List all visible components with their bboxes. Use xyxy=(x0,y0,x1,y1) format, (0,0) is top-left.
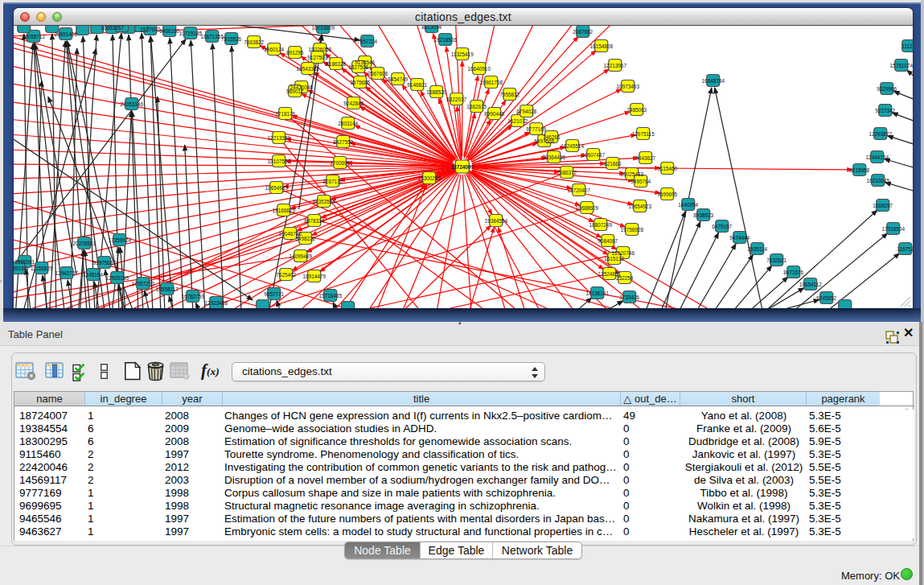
svg-text:12213389: 12213389 xyxy=(268,135,291,141)
svg-text:10688609: 10688609 xyxy=(576,205,599,211)
svg-text:12975115: 12975115 xyxy=(632,131,655,137)
svg-text:8427552: 8427552 xyxy=(333,139,353,145)
svg-text:1440954: 1440954 xyxy=(678,202,698,208)
svg-text:16961758: 16961758 xyxy=(480,80,503,85)
svg-text:16245514: 16245514 xyxy=(561,143,585,149)
svg-text:15720407: 15720407 xyxy=(568,187,591,193)
svg-text:6466160: 6466160 xyxy=(159,28,179,34)
svg-text:16648784: 16648784 xyxy=(702,78,725,84)
svg-text:10025433: 10025433 xyxy=(621,171,644,177)
svg-text:16543362: 16543362 xyxy=(297,66,320,72)
svg-text:9084067: 9084067 xyxy=(598,238,618,244)
svg-text:6479197: 6479197 xyxy=(712,224,732,229)
svg-text:16033809: 16033809 xyxy=(312,26,335,31)
svg-text:16671355: 16671355 xyxy=(201,34,224,39)
svg-text:12923468: 12923468 xyxy=(205,300,228,306)
svg-text:(x): (x) xyxy=(207,365,220,377)
svg-text:12905185: 12905185 xyxy=(106,275,129,281)
svg-text:8454749: 8454749 xyxy=(388,76,408,82)
svg-text:12213967: 12213967 xyxy=(604,63,627,68)
svg-text:8322037: 8322037 xyxy=(446,97,466,102)
svg-text:7663822: 7663822 xyxy=(244,39,264,45)
svg-text:15751074: 15751074 xyxy=(890,63,913,68)
svg-text:19384554: 19384554 xyxy=(485,218,508,224)
svg-text:12942737: 12942737 xyxy=(55,270,79,276)
svg-text:9777169: 9777169 xyxy=(526,126,546,132)
svg-text:8471676: 8471676 xyxy=(783,270,803,275)
svg-text:16640910: 16640910 xyxy=(468,66,491,72)
svg-text:20364436: 20364436 xyxy=(543,154,566,160)
svg-text:621660: 621660 xyxy=(604,161,622,167)
svg-text:11325419: 11325419 xyxy=(451,51,474,57)
svg-text:17359924: 17359924 xyxy=(109,237,132,243)
svg-text:8215958: 8215958 xyxy=(849,167,869,173)
svg-text:9115460: 9115460 xyxy=(658,166,678,171)
svg-text:18807249: 18807249 xyxy=(589,222,613,228)
svg-text:1615132: 1615132 xyxy=(604,256,624,262)
svg-text:8878334: 8878334 xyxy=(304,218,324,224)
svg-text:9657771: 9657771 xyxy=(264,291,284,297)
svg-text:9443627: 9443627 xyxy=(635,155,655,161)
svg-text:8960124: 8960124 xyxy=(264,47,284,52)
svg-text:9699695: 9699695 xyxy=(657,192,677,197)
svg-text:8813054: 8813054 xyxy=(421,26,441,30)
svg-text:15716485: 15716485 xyxy=(319,293,343,299)
svg-text:891295: 891295 xyxy=(286,50,304,56)
svg-text:2867608: 2867608 xyxy=(368,71,388,76)
svg-text:1621072: 1621072 xyxy=(507,118,528,124)
svg-text:20691406: 20691406 xyxy=(55,31,78,37)
svg-text:14099489: 14099489 xyxy=(290,253,313,259)
svg-text:9329966: 9329966 xyxy=(877,86,897,92)
svg-text:6794028: 6794028 xyxy=(516,109,536,114)
svg-text:1733426: 1733426 xyxy=(619,295,639,300)
svg-text:7632621: 7632621 xyxy=(766,257,786,263)
svg-text:11353594: 11353594 xyxy=(313,199,335,204)
svg-text:252254: 252254 xyxy=(616,275,634,281)
svg-text:1527602: 1527602 xyxy=(140,27,160,32)
svg-text:19166825: 19166825 xyxy=(273,208,296,213)
svg-text:10958117: 10958117 xyxy=(156,286,179,292)
svg-text:16914479: 16914479 xyxy=(303,274,326,279)
svg-text:11156829: 11156829 xyxy=(31,266,53,271)
svg-text:9385061: 9385061 xyxy=(14,259,35,265)
svg-text:14136141: 14136141 xyxy=(586,290,610,296)
svg-text:12093872: 12093872 xyxy=(869,131,893,137)
svg-text:16210645: 16210645 xyxy=(867,178,890,183)
svg-text:9327508: 9327508 xyxy=(348,64,368,70)
svg-text:2935114: 2935114 xyxy=(748,246,768,252)
svg-text:7857224: 7857224 xyxy=(357,39,377,44)
svg-text:1145194: 1145194 xyxy=(84,272,104,278)
svg-text:17016504: 17016504 xyxy=(882,226,906,232)
svg-text:9146821: 9146821 xyxy=(407,82,427,88)
svg-text:15300295: 15300295 xyxy=(418,175,441,181)
svg-text:2718176: 2718176 xyxy=(275,111,295,117)
svg-text:19756928: 19756928 xyxy=(621,227,644,233)
svg-text:939154: 939154 xyxy=(14,266,27,271)
svg-text:10654112: 10654112 xyxy=(799,282,822,287)
svg-text:10973493: 10973493 xyxy=(617,84,640,89)
svg-text:9242848: 9242848 xyxy=(343,101,363,106)
svg-text:9127503: 9127503 xyxy=(307,55,327,60)
svg-text:93975687: 93975687 xyxy=(93,260,117,266)
svg-text:18226058: 18226058 xyxy=(309,47,332,52)
svg-text:16782759: 16782759 xyxy=(182,294,205,299)
svg-text:3675685: 3675685 xyxy=(350,80,370,85)
svg-text:7625402: 7625402 xyxy=(276,272,296,278)
svg-text:9495764: 9495764 xyxy=(630,179,651,184)
svg-text:16120746: 16120746 xyxy=(612,250,635,256)
svg-text:7515526: 7515526 xyxy=(221,36,241,42)
svg-text:20206561: 20206561 xyxy=(73,241,97,246)
svg-text:3498222: 3498222 xyxy=(295,236,315,241)
svg-text:10653267: 10653267 xyxy=(101,26,125,31)
svg-text:8186328: 8186328 xyxy=(326,61,346,67)
svg-text:1700696: 1700696 xyxy=(330,160,350,166)
svg-text:3267130: 3267130 xyxy=(322,179,343,184)
svg-text:11123: 11123 xyxy=(901,43,913,49)
svg-text:7485063: 7485063 xyxy=(626,107,647,113)
svg-text:12444154: 12444154 xyxy=(866,154,889,160)
svg-text:9474444: 9474444 xyxy=(729,235,749,241)
svg-text:10719185: 10719185 xyxy=(179,31,203,36)
svg-text:9227342: 9227342 xyxy=(875,108,895,113)
svg-text:16154808: 16154808 xyxy=(590,43,614,49)
svg-text:7955812: 7955812 xyxy=(499,92,519,97)
